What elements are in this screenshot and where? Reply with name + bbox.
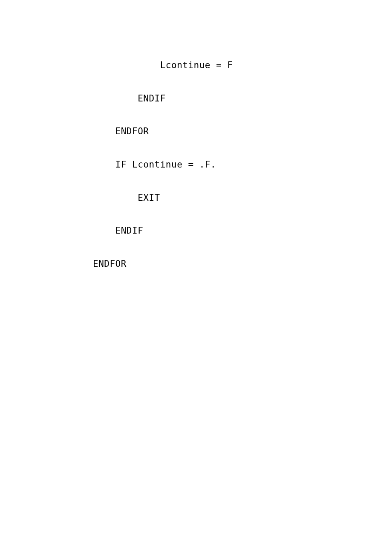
code-text: IF Lcontinue = .F. xyxy=(115,159,216,170)
code-line: ENDIF xyxy=(93,90,392,107)
code-indent xyxy=(93,225,115,236)
code-line: EXIT xyxy=(93,190,392,206)
code-block: Lcontinue = F ENDIF ENDFOR IF Lcontinue … xyxy=(0,0,392,289)
code-line: ENDFOR xyxy=(93,123,392,140)
code-indent xyxy=(93,60,160,70)
code-text: ENDFOR xyxy=(115,126,149,136)
code-line: Lcontinue = F xyxy=(93,57,392,74)
code-text: ENDIF xyxy=(138,93,166,104)
code-indent xyxy=(93,93,138,104)
code-line: ENDIF xyxy=(93,223,392,239)
code-line: IF Lcontinue = .F. xyxy=(93,156,392,173)
code-text: Lcontinue = F xyxy=(160,60,233,70)
code-text: ENDIF xyxy=(115,225,144,236)
code-text: ENDFOR xyxy=(93,259,127,269)
code-indent xyxy=(93,193,138,203)
code-indent xyxy=(93,126,115,136)
code-indent xyxy=(93,159,115,170)
code-text: EXIT xyxy=(138,193,160,203)
code-line: ENDFOR xyxy=(93,256,392,272)
